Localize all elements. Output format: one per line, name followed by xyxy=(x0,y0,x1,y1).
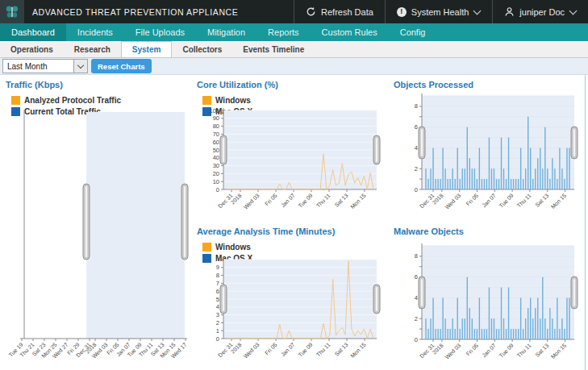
user-icon xyxy=(504,6,515,17)
tab-system[interactable]: System xyxy=(121,41,173,57)
svg-text:Mon 15: Mon 15 xyxy=(550,343,568,360)
chevron-down-icon xyxy=(569,6,577,14)
svg-text:70: 70 xyxy=(213,131,219,138)
dashboard-subtabs: Operations Research System Collectors Ev… xyxy=(0,41,588,58)
tab-research[interactable]: Research xyxy=(64,41,121,57)
svg-text:Mon 15: Mon 15 xyxy=(550,193,568,210)
svg-text:Wed 03: Wed 03 xyxy=(444,343,461,360)
svg-text:0: 0 xyxy=(415,186,418,193)
user-menu[interactable]: juniper Doc xyxy=(492,0,588,23)
svg-text:0: 0 xyxy=(216,335,219,343)
svg-text:Thu 11: Thu 11 xyxy=(516,193,532,209)
svg-text:Sat 13: Sat 13 xyxy=(534,343,549,358)
app-title: ADVANCED THREAT PREVENTION APPLIANCE xyxy=(24,0,294,23)
content-right-border xyxy=(585,75,586,370)
svg-text:Tue 09: Tue 09 xyxy=(498,193,515,209)
svg-text:Tue 09: Tue 09 xyxy=(298,193,314,209)
svg-text:90: 90 xyxy=(213,114,219,122)
svg-text:80: 80 xyxy=(213,123,219,130)
nav-item-incidents[interactable]: Incidents xyxy=(66,23,124,41)
svg-text:0: 0 xyxy=(216,186,219,193)
nav-item-mitigation[interactable]: Mitigation xyxy=(196,23,256,41)
brush-handle-right[interactable] xyxy=(373,285,380,314)
tab-collectors[interactable]: Collectors xyxy=(172,41,232,57)
refresh-data-button[interactable]: Refresh Data xyxy=(294,0,385,23)
nav-item-custom-rules[interactable]: Custom Rules xyxy=(311,23,389,41)
svg-text:8: 8 xyxy=(415,102,418,110)
brush-handle-left[interactable] xyxy=(220,135,227,164)
brush-handle-right[interactable] xyxy=(181,184,188,260)
brush-handle-left[interactable] xyxy=(83,184,90,260)
svg-text:40: 40 xyxy=(213,154,219,161)
brush-handle-right[interactable] xyxy=(571,276,578,309)
svg-text:9: 9 xyxy=(216,264,219,271)
svg-text:4: 4 xyxy=(415,294,418,301)
select-arrow-icon xyxy=(73,60,87,73)
svg-text:5: 5 xyxy=(216,296,219,303)
brush-handle-left[interactable] xyxy=(419,276,425,309)
brush-handle-right[interactable] xyxy=(373,135,380,164)
average-analysis-time-chart: Average Analysis Time (Minutes) Windows … xyxy=(191,222,386,370)
objects-processed-title: Objects Processed xyxy=(386,75,588,89)
svg-text:50: 50 xyxy=(213,147,219,154)
svg-text:7: 7 xyxy=(216,280,219,287)
reset-charts-button[interactable]: Reset Charts xyxy=(91,59,152,73)
svg-text:100: 100 xyxy=(209,107,219,114)
time-period-select[interactable]: Last Month xyxy=(2,59,88,73)
chart-controls: Last Month Reset Charts xyxy=(0,58,588,75)
svg-text:8: 8 xyxy=(415,252,418,260)
legend-swatch xyxy=(202,96,211,105)
svg-text:Fri 05: Fri 05 xyxy=(465,193,480,207)
svg-text:60: 60 xyxy=(213,139,219,146)
svg-text:Jan 07: Jan 07 xyxy=(481,193,497,209)
svg-text:Fri 05: Fri 05 xyxy=(264,193,278,207)
brush-handle-left[interactable] xyxy=(419,127,425,159)
objects-processed-plot[interactable]: 02468Dec 312018Wed 03Fri 05Jan 07Tue 09T… xyxy=(386,91,588,222)
svg-text:2: 2 xyxy=(415,315,418,322)
refresh-icon xyxy=(306,6,316,17)
tab-operations[interactable]: Operations xyxy=(0,41,64,57)
legend-item: Analyzed Protocol Traffic xyxy=(11,94,191,106)
malware-objects-chart: Malware Objects 02468Dec 312018Wed 03Fri… xyxy=(386,222,588,370)
system-health-menu[interactable]: ! System Health xyxy=(385,0,493,23)
legend-swatch xyxy=(202,243,211,252)
brush-handle-left[interactable] xyxy=(220,285,227,314)
traffic-chart-title: Traffic (Kbps) xyxy=(0,75,191,89)
brush-handle-right[interactable] xyxy=(571,127,578,159)
svg-text:Wed 03: Wed 03 xyxy=(444,193,461,210)
average-analysis-time-plot[interactable]: 0123456789Dec 312018Wed 03Fri 05Jan 07Tu… xyxy=(191,252,386,370)
traffic-chart-plot[interactable]: Tue 19Thu 21Sat 23Mon 25Wed 27Fri 29Dec … xyxy=(0,107,191,370)
svg-text:10: 10 xyxy=(213,178,219,185)
svg-text:Sat 13: Sat 13 xyxy=(333,342,348,357)
svg-text:2: 2 xyxy=(216,319,219,326)
legend-swatch xyxy=(11,96,20,105)
svg-text:Thu 11: Thu 11 xyxy=(516,343,532,359)
juniper-atp-logo xyxy=(0,0,24,23)
malware-objects-plot[interactable]: 02468Dec 312018Wed 03Fri 05Jan 07Tue 09T… xyxy=(386,238,588,370)
tab-events-timeline[interactable]: Events Timeline xyxy=(232,41,315,57)
nav-item-reports[interactable]: Reports xyxy=(256,23,311,41)
svg-text:Tue 09: Tue 09 xyxy=(498,343,515,359)
svg-text:30: 30 xyxy=(213,162,219,169)
svg-text:6: 6 xyxy=(415,123,418,131)
system-health-label: System Health xyxy=(411,7,469,17)
svg-text:2018: 2018 xyxy=(230,342,243,355)
core-utilization-title: Core Utilization (%) xyxy=(191,75,386,89)
svg-text:Mon 15: Mon 15 xyxy=(349,342,367,360)
svg-text:4: 4 xyxy=(216,303,219,310)
svg-text:Jan 07: Jan 07 xyxy=(481,343,497,359)
malware-objects-title: Malware Objects xyxy=(386,222,588,236)
core-utilization-plot[interactable]: 0102030405060708090100Dec 312018Wed 03Fr… xyxy=(191,106,386,222)
svg-text:4: 4 xyxy=(415,144,418,152)
brush-selection xyxy=(422,96,574,189)
nav-item-config[interactable]: Config xyxy=(389,23,437,41)
time-period-value: Last Month xyxy=(3,62,73,71)
svg-text:8: 8 xyxy=(216,272,219,279)
svg-text:Fri 05: Fri 05 xyxy=(264,342,278,356)
svg-text:Wed 03: Wed 03 xyxy=(243,193,261,210)
objects-processed-chart: Objects Processed 02468Dec 312018Wed 03F… xyxy=(386,75,588,222)
nav-item-file-uploads[interactable]: File Uploads xyxy=(124,23,196,41)
svg-text:3: 3 xyxy=(216,311,219,318)
brush-selection xyxy=(422,246,574,339)
nav-item-dashboard[interactable]: Dashboard xyxy=(0,23,66,41)
